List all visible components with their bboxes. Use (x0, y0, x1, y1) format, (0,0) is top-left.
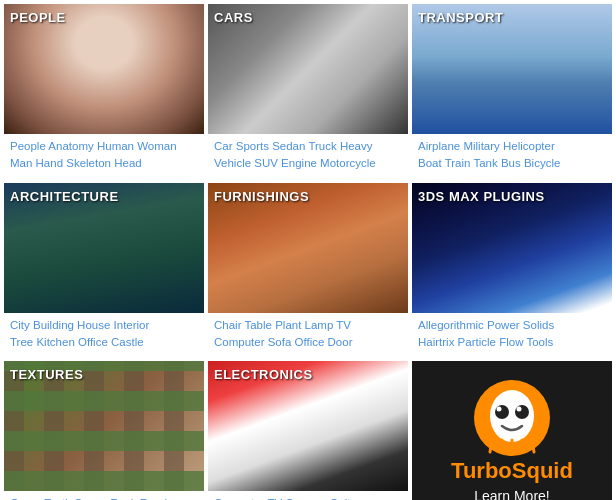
main-grid: PEOPLEPeople Anatomy Human WomanMan Hand… (0, 0, 616, 500)
transport-tags: Airplane Military HelicopterBoat Train T… (412, 134, 612, 179)
electronics-tags: Computer TV Camera GuitarPhone Sci Fi Me… (208, 491, 408, 500)
electronics-image: ELECTRONICS (208, 361, 408, 491)
svg-line-10 (532, 440, 534, 452)
furnishings-tags: Chair Table Plant Lamp TVComputer Sofa O… (208, 313, 408, 358)
cars-image: CARS (208, 4, 408, 134)
architecture-image: ARCHITECTURE (4, 183, 204, 313)
cell-people[interactable]: PEOPLEPeople Anatomy Human WomanMan Hand… (4, 4, 204, 179)
textures-label: TEXTURES (10, 367, 83, 382)
cars-label: CARS (214, 10, 253, 25)
cars-tags: Car Sports Sedan Truck HeavyVehicle SUV … (208, 134, 408, 179)
turbosquid-banner: TurboSquidLearn More! (412, 361, 612, 500)
architecture-tags: City Building House InteriorTree Kitchen… (4, 313, 204, 358)
cell-textures[interactable]: TEXTURESGrass Earth Space Rock RoadWood … (4, 361, 204, 500)
svg-point-2 (495, 405, 509, 419)
svg-point-3 (515, 405, 529, 419)
cell-cars[interactable]: CARSCar Sports Sedan Truck HeavyVehicle … (208, 4, 408, 179)
textures-image: TEXTURES (4, 361, 204, 491)
transport-image: TRANSPORT (412, 4, 612, 134)
people-tags: People Anatomy Human WomanMan Hand Skele… (4, 134, 204, 179)
3dsmax-image: 3DS MAX PLUGINS (412, 183, 612, 313)
3dsmax-tags: Allegorithmic Power SolidsHairtrix Parti… (412, 313, 612, 358)
cell-architecture[interactable]: ARCHITECTURECity Building House Interior… (4, 183, 204, 358)
textures-tags: Grass Earth Space Rock RoadWood Stone Co… (4, 491, 204, 500)
cell-electronics[interactable]: ELECTRONICSComputer TV Camera GuitarPhon… (208, 361, 408, 500)
svg-point-5 (517, 406, 522, 411)
turbosquid-title: TurboSquid (451, 458, 573, 484)
people-image: PEOPLE (4, 4, 204, 134)
architecture-label: ARCHITECTURE (10, 189, 119, 204)
transport-label: TRANSPORT (418, 10, 503, 25)
svg-line-7 (501, 440, 502, 452)
svg-point-4 (497, 406, 502, 411)
cell-turbosquid[interactable]: TurboSquidLearn More! (412, 361, 612, 500)
people-label: PEOPLE (10, 10, 66, 25)
furnishings-label: FURNISHINGS (214, 189, 309, 204)
furnishings-image: FURNISHINGS (208, 183, 408, 313)
3dsmax-label: 3DS MAX PLUGINS (418, 189, 545, 204)
cell-transport[interactable]: TRANSPORTAirplane Military HelicopterBoa… (412, 4, 612, 179)
svg-line-9 (522, 440, 523, 452)
electronics-label: ELECTRONICS (214, 367, 313, 382)
cell-3dsmax[interactable]: 3DS MAX PLUGINSAllegorithmic Power Solid… (412, 183, 612, 358)
turbosquid-subtitle: Learn More! (474, 488, 549, 500)
svg-line-6 (490, 440, 492, 452)
cell-furnishings[interactable]: FURNISHINGSChair Table Plant Lamp TVComp… (208, 183, 408, 358)
